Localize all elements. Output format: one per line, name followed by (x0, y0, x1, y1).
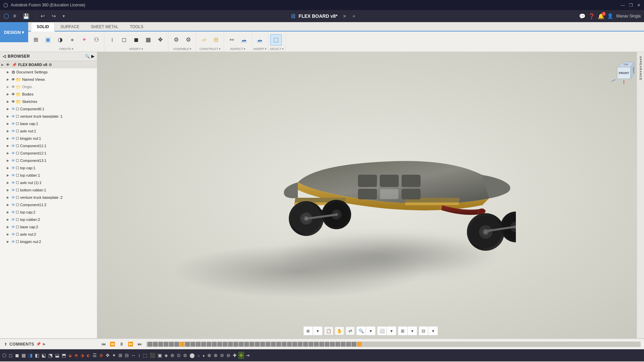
browser-expand-icon[interactable]: ▶ (91, 54, 94, 59)
move-button[interactable]: ✥ (155, 34, 166, 46)
shell-button[interactable]: ▦ (143, 34, 154, 46)
tab-surface[interactable]: SURFACE (55, 22, 85, 32)
browser-collapse-icon[interactable]: ◁ (3, 54, 6, 59)
strip-icon-18[interactable]: ✦ (111, 352, 117, 359)
strip-icon-4[interactable]: ▦ (20, 352, 27, 359)
snap-dropdown[interactable]: ▾ (313, 326, 322, 335)
user-avatar[interactable]: 👤 (607, 13, 613, 19)
grid-button[interactable]: ⊞ (398, 326, 408, 335)
display-button[interactable]: ⬜ (377, 326, 387, 335)
insert-label[interactable]: INSERT ▾ (252, 47, 268, 52)
tree-item-named-views[interactable]: ▶ 👁 📁 Named Views (0, 76, 97, 83)
joint-button[interactable]: ⚙ (170, 34, 182, 46)
strip-icon-15[interactable]: ☰ (92, 352, 98, 359)
timeline-go-start[interactable]: ⏮ (99, 340, 108, 349)
strip-icon-38[interactable]: ⇥ (245, 352, 251, 359)
tl-m13[interactable] (212, 342, 217, 347)
tl-m8[interactable] (185, 342, 190, 347)
tree-item-c11-1[interactable]: ▶ 👁 ☐ Component11:1 (0, 142, 97, 149)
offset-plane-button[interactable]: ▱ (198, 34, 210, 46)
timeline-play[interactable]: ⏸ (117, 340, 126, 349)
maximize-button[interactable]: ❐ (629, 3, 633, 8)
tree-item-toprubber1[interactable]: ▶ 👁 ☐ top rubber:1 (0, 172, 97, 179)
tree-item-venture1[interactable]: ▶ 👁 ☐ venture truck baseplate :1 (0, 113, 97, 120)
tree-item-venture2[interactable]: ▶ 👁 ☐ venture truck baseplate :2 (0, 194, 97, 201)
strip-icon-29[interactable]: ⊚ (182, 352, 188, 359)
browser-search-icon[interactable]: 🔍 (85, 54, 90, 59)
comments-pin-icon[interactable]: 📌 (36, 342, 41, 346)
tl-m20[interactable] (250, 342, 254, 347)
tl-m16[interactable] (228, 342, 233, 347)
tree-item-axlenut1-1[interactable]: ▶ 👁 ☐ axle nut (1):1 (0, 179, 97, 186)
measure-button[interactable]: ⇿ (226, 34, 237, 46)
select-window-button[interactable]: ⬚ (270, 34, 282, 46)
design-dropdown[interactable]: DESIGN ▾ (0, 22, 28, 42)
strip-icon-12[interactable]: ⬘ (73, 352, 79, 359)
more-button[interactable]: ▾ (60, 12, 67, 20)
close-button[interactable]: ✕ (637, 3, 641, 8)
view-dropdown[interactable]: ▾ (428, 326, 438, 335)
new-body-button[interactable]: ⊞ (30, 34, 42, 46)
tree-item-bottomrubber1[interactable]: ▶ 👁 ☐ bottom rubber:1 (0, 186, 97, 194)
tree-item-topcap2[interactable]: ▶ 👁 ☐ top cap:2 (0, 208, 97, 216)
strip-icon-2[interactable]: ◻ (8, 352, 14, 359)
tree-item-c13-1[interactable]: ▶ 👁 ☐ Component13:1 (0, 157, 97, 164)
strip-icon-1[interactable]: ⬡ (1, 352, 7, 359)
help-icon[interactable]: ❓ (588, 13, 595, 19)
tl-m39[interactable] (352, 342, 356, 347)
create-label[interactable]: CREATE ▾ (28, 47, 104, 52)
tab-tools[interactable]: TOOLS (124, 22, 149, 32)
tl-m36[interactable] (335, 342, 340, 347)
strip-icon-30[interactable]: ⬤ (189, 352, 196, 359)
root-settings-icon[interactable]: ⚙ (49, 63, 52, 67)
strip-icon-23[interactable]: ⬚ (142, 352, 148, 359)
extrude-button[interactable]: ▣ (42, 34, 54, 46)
pan-button[interactable]: ✋ (335, 326, 344, 335)
tree-item-bodies[interactable]: ▶ 👁 📁 Bodies (0, 90, 97, 98)
display-dropdown[interactable]: ▾ (387, 326, 396, 335)
strip-icon-24[interactable]: ⬛ (149, 352, 156, 359)
tl-m31[interactable] (309, 342, 313, 347)
section-analysis-button[interactable]: 🗻 (238, 34, 250, 46)
tl-m33[interactable] (319, 342, 324, 347)
strip-icon-37[interactable]: ✚ (232, 352, 238, 359)
mirror-button[interactable]: ⚇ (91, 34, 102, 46)
tl-m14[interactable] (217, 342, 222, 347)
zoom-dropdown[interactable]: ▾ (366, 326, 375, 335)
tl-m26[interactable] (282, 342, 286, 347)
tl-m28[interactable] (292, 342, 297, 347)
timeline-step-forward[interactable]: ⏩ (126, 340, 135, 349)
tl-m29[interactable] (298, 342, 303, 347)
strip-icon-35[interactable]: ⊘ (219, 352, 225, 359)
tree-item-axlenut1[interactable]: ▶ 👁 ☐ axle nut:1 (0, 127, 97, 135)
tl-m23[interactable] (266, 342, 270, 347)
strip-icon-14[interactable]: ⬖ (86, 352, 91, 359)
tl-m6[interactable] (174, 342, 179, 347)
tl-m22[interactable] (260, 342, 265, 347)
clipboard-button[interactable]: 📋 (324, 326, 333, 335)
tl-m37[interactable] (341, 342, 345, 347)
tree-item-sketches[interactable]: ▶ 👁 📁 Sketches (0, 98, 97, 105)
chat-icon[interactable]: 💬 (579, 13, 586, 19)
tl-m18[interactable] (239, 342, 244, 347)
assemble-label[interactable]: ASSEMBLE ▾ (168, 47, 196, 52)
tl-m27[interactable] (287, 342, 292, 347)
construct-label[interactable]: CONSTRUCT ▾ (196, 47, 224, 52)
viewport[interactable]: FRONT TOP RIGHT Y Z ⊕ ▾ 📋 ✋ ⇄ 🔍 (97, 52, 644, 338)
tree-item-c11-2[interactable]: ▶ 👁 ☐ Component11:2 (0, 201, 97, 208)
strip-icon-20[interactable]: ⊟ (124, 352, 130, 359)
strip-icon-36[interactable]: ⊖ (225, 352, 231, 359)
comments-side-icon[interactable]: ▶ (43, 342, 46, 346)
tree-root[interactable]: ▶ 👁 📌 FLEX BOARD v8 ⚙ (0, 61, 97, 68)
fillet-button[interactable]: ◻ (118, 34, 130, 46)
strip-icon-8[interactable]: ⬔ (47, 352, 54, 359)
view-button[interactable]: ⊟ (419, 326, 428, 335)
strip-icon-11[interactable]: ⬙ (67, 352, 73, 359)
tree-item-topcap1[interactable]: ▶ 👁 ☐ top cap:1 (0, 164, 97, 172)
tl-m40[interactable] (357, 342, 362, 347)
strip-icon-9[interactable]: ⬓ (54, 352, 60, 359)
strip-icon-3[interactable]: ◼ (14, 352, 20, 359)
chamfer-button[interactable]: ◼ (130, 34, 142, 46)
strip-icon-16[interactable]: ⊕ (98, 352, 104, 359)
strip-icon-33[interactable]: ⊕ (206, 352, 212, 359)
